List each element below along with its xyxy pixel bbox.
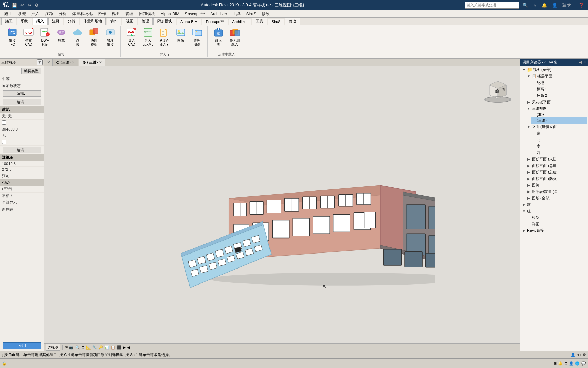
menu-item-体量和场地[interactable]: 体量和场地 bbox=[69, 10, 95, 17]
tree-east[interactable]: 东 bbox=[531, 130, 587, 137]
manage-images-button[interactable]: 管理图像 bbox=[190, 26, 205, 47]
tree-schedules[interactable]: ▶ 明细表/数量 (全 bbox=[526, 188, 587, 195]
tree-area-plans-3[interactable]: ▶ 面积平面 (总建 bbox=[526, 169, 587, 175]
expand-3d[interactable]: ▼ bbox=[526, 107, 531, 110]
tree-area-plans-1[interactable]: ▶ 面积平面 (人防 bbox=[526, 156, 587, 163]
tree-area-plans-2[interactable]: ▶ 面积平面 (总建 bbox=[526, 163, 587, 169]
link-cad-button[interactable]: CAD 链接CAD bbox=[21, 26, 36, 47]
tab-archilizer[interactable]: Archilizer bbox=[229, 19, 251, 25]
tab-massing[interactable]: 体量和场地 bbox=[80, 18, 106, 25]
chart-icon[interactable]: 📊 bbox=[104, 345, 109, 350]
tree-drawings[interactable]: ▶ 图纸 (全部) bbox=[526, 195, 587, 201]
menu-item-注释[interactable]: 注释 bbox=[42, 10, 56, 17]
load-family-button[interactable]: 族 载入族 bbox=[211, 26, 226, 47]
tree-level1[interactable]: 标高 1 bbox=[531, 86, 587, 92]
wrench-icon[interactable]: 🔧 bbox=[92, 345, 97, 350]
tree-area-plans-4[interactable]: ▶ 面积平面 (防火 bbox=[526, 175, 587, 182]
tab-manage[interactable]: 管理 bbox=[138, 18, 153, 25]
import-expand-icon[interactable]: ▾ bbox=[168, 53, 169, 57]
forward-icon[interactable]: ▶ bbox=[123, 345, 126, 350]
tree-west[interactable]: 西 bbox=[531, 150, 587, 156]
zoom-icon[interactable]: 🔍 bbox=[75, 345, 80, 350]
expand-legends[interactable]: ▶ bbox=[526, 183, 531, 187]
collab-model-button[interactable]: 协调模型 bbox=[86, 26, 101, 47]
menu-item-SiruS[interactable]: SiruS bbox=[243, 11, 259, 17]
user-icon[interactable]: 👤 bbox=[551, 2, 559, 9]
tree-views-all[interactable]: ▼ 📁 视图 (全部) bbox=[522, 66, 587, 73]
checkbox-2[interactable] bbox=[2, 140, 6, 144]
tree-ceiling-plans[interactable]: ▶ 天花板平面 bbox=[526, 99, 587, 105]
expand-groups[interactable]: ▼ bbox=[522, 209, 526, 213]
bottom-grid-icon[interactable]: ⊞ bbox=[554, 361, 557, 366]
menu-item-附加模块[interactable]: 附加模块 bbox=[136, 10, 158, 17]
menu-item-修改[interactable]: 修改 bbox=[259, 10, 273, 17]
tab-sirus[interactable]: SiruS bbox=[268, 19, 284, 25]
panel-close-btn[interactable]: ✕ bbox=[583, 60, 586, 64]
tree-floor-plans[interactable]: ▼ 📋 楼层平面 bbox=[526, 73, 587, 79]
edit-button-1[interactable]: 编辑... bbox=[3, 90, 41, 97]
import-gbxml-button[interactable]: gbXML 导入gbXML bbox=[141, 26, 156, 47]
images-button[interactable]: 图像 bbox=[173, 26, 188, 43]
link-ifc-button[interactable]: IFC 链接IFC bbox=[5, 26, 20, 47]
edit-type-button[interactable]: 编辑类型 bbox=[21, 68, 41, 74]
key-icon[interactable]: 🔑 bbox=[98, 345, 103, 350]
tree-models[interactable]: 模型 bbox=[526, 214, 587, 221]
perspective-view-label[interactable]: 透视图 bbox=[46, 344, 60, 351]
tree-legends[interactable]: ▶ 图例 bbox=[526, 182, 587, 188]
load-as-group-button[interactable]: 作为组载入 bbox=[227, 26, 242, 47]
tab-system[interactable]: 系统 bbox=[17, 18, 32, 25]
bottom-bell-icon[interactable]: 🔔 bbox=[558, 361, 563, 366]
tree-revit-links[interactable]: ▶ Revit 链接 bbox=[522, 227, 587, 234]
tab-collaborate[interactable]: 协作 bbox=[107, 18, 121, 25]
tree-site[interactable]: 场地 bbox=[531, 79, 587, 86]
nav-cube[interactable]: 前 右 bbox=[483, 73, 513, 104]
star-icon[interactable]: ☆ bbox=[532, 2, 538, 9]
settings-status-icon[interactable]: ⚙ bbox=[583, 353, 586, 357]
tab-addins[interactable]: 附加模块 bbox=[153, 18, 176, 25]
search-icon[interactable]: 🔍 bbox=[521, 2, 529, 9]
panel-close-left[interactable]: ✕ bbox=[46, 60, 52, 65]
menu-item-视图[interactable]: 视图 bbox=[109, 10, 122, 17]
menu-item-插入[interactable]: 插入 bbox=[29, 10, 42, 17]
tree-north[interactable]: 北 bbox=[531, 137, 587, 143]
tab-construction[interactable]: 施工 bbox=[1, 18, 16, 25]
expand-schedules[interactable]: ▶ bbox=[526, 190, 531, 194]
panel-collapse-arrow[interactable]: ◀ bbox=[579, 60, 582, 64]
apply-button[interactable]: 应用 bbox=[3, 342, 41, 349]
tree-elevations[interactable]: ▼ 立面 (建筑立面 bbox=[526, 124, 587, 130]
menu-item-分析[interactable]: 分析 bbox=[56, 10, 69, 17]
menu-item-工具[interactable]: 工具 bbox=[230, 10, 243, 17]
menu-item-系统[interactable]: 系统 bbox=[15, 10, 29, 17]
expand-ceiling[interactable]: ▶ bbox=[526, 100, 531, 104]
redo-button[interactable]: ↪ bbox=[26, 2, 33, 9]
menu-item-协作[interactable]: 协作 bbox=[95, 10, 109, 17]
settings-button[interactable]: ⚙ bbox=[33, 2, 40, 9]
expand-elevations[interactable]: ▼ bbox=[526, 125, 531, 129]
view-dropdown[interactable]: ▼ bbox=[37, 59, 43, 65]
expand-area2[interactable]: ▶ bbox=[526, 164, 531, 168]
expand-area3[interactable]: ▶ bbox=[526, 170, 531, 174]
tab-view[interactable]: 视图 bbox=[122, 18, 137, 25]
tab-modify[interactable]: 修改 bbox=[285, 18, 300, 25]
save-button[interactable]: 💾 bbox=[10, 2, 18, 9]
menu-item-Alpha BIM[interactable]: Alpha BIM bbox=[158, 11, 182, 17]
canvas-tab-3d-1[interactable]: ⊙ {三维} ✕ bbox=[52, 59, 78, 66]
ruler-icon[interactable]: 📐 bbox=[86, 345, 91, 350]
menu-item-施工[interactable]: 施工 bbox=[1, 10, 15, 17]
tab-enscape[interactable]: Enscape™ bbox=[202, 19, 228, 25]
viewport[interactable]: ↖ 前 右 bbox=[44, 66, 520, 343]
tab-tools[interactable]: 工具 bbox=[252, 18, 267, 25]
manage-link-button[interactable]: 管理链接 bbox=[103, 26, 118, 47]
paste-flora-button[interactable]: 贴花 贴花 bbox=[54, 26, 69, 43]
email-icon[interactable]: ✉ bbox=[65, 345, 68, 350]
expand-revit-links[interactable]: ▶ bbox=[522, 229, 526, 232]
tab-insert[interactable]: 插入 bbox=[33, 18, 48, 25]
tree-details[interactable]: 详图 bbox=[526, 221, 587, 227]
tree-3d-views[interactable]: ▼ 三维视图 bbox=[526, 105, 587, 112]
menu-item-Snscape™[interactable]: Snscape™ bbox=[182, 11, 208, 17]
back-icon[interactable]: ◀ bbox=[127, 345, 130, 350]
tree-groups[interactable]: ▼ 组 bbox=[522, 208, 587, 214]
tree-south[interactable]: 南 bbox=[531, 143, 587, 150]
undo-button[interactable]: ↩ bbox=[19, 2, 26, 9]
edit-button-3[interactable]: 编辑... bbox=[3, 147, 41, 153]
